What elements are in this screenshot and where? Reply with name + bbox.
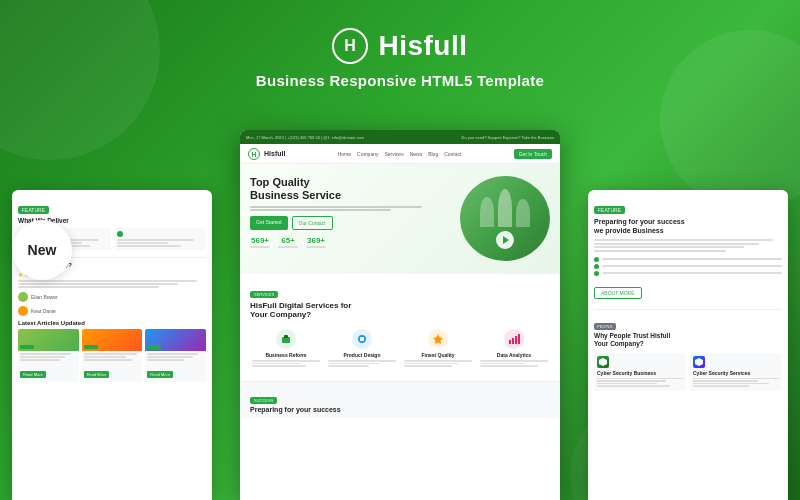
service-line xyxy=(404,365,452,367)
nav-link-home[interactable]: Home xyxy=(338,151,351,157)
right-divider xyxy=(594,309,782,310)
service-card-2: Product Design xyxy=(326,325,398,373)
nav-link-news[interactable]: News xyxy=(410,151,423,157)
service-card-title-3: Finest Quality xyxy=(404,352,472,358)
right-line xyxy=(594,246,744,248)
review-text-lines xyxy=(18,280,206,288)
hero-stat-num-2: 65+ xyxy=(278,236,298,245)
center-preview: Mon, 17 March, 2023 | +(123) 456 789 50 … xyxy=(240,130,560,500)
center-nav: H Hisfull Home Company Services News Blo… xyxy=(240,144,560,164)
right-about-btn[interactable]: ABOUT MORE xyxy=(594,287,642,299)
service-card-lines-2 xyxy=(328,360,396,367)
service-card-1: Business Reform xyxy=(250,325,322,373)
service-line xyxy=(252,363,300,365)
service-line xyxy=(117,242,169,244)
article-card-1: Read More xyxy=(18,329,79,382)
hero-stat-3: 369+ xyxy=(306,236,326,248)
hero-btn-secondary[interactable]: Our Contact xyxy=(292,216,333,230)
service-line xyxy=(480,363,524,365)
hero-title: Top QualityBusiness Service xyxy=(250,176,452,202)
main-container: H Hisfull Business Responsive HTML5 Temp… xyxy=(0,0,800,500)
hero-stat-label-2 xyxy=(278,246,298,248)
logo-text: Hisfull xyxy=(378,30,467,62)
reviewer-row-1: Elian Bower xyxy=(18,292,206,302)
svg-rect-5 xyxy=(284,335,288,338)
hero-stat-label-3 xyxy=(306,246,326,248)
new-badge-text: New xyxy=(28,242,57,258)
right-service-item-1: Cyber Security Business xyxy=(594,353,686,391)
left-articles-title: Latest Articles Updated xyxy=(18,320,206,326)
service-line xyxy=(328,365,369,367)
read-more-btn-1[interactable]: Read More xyxy=(20,371,46,378)
subtitle: Business Responsive HTML5 Template xyxy=(256,72,544,89)
read-more-btn-3[interactable]: Read More xyxy=(147,371,173,378)
topbar-left-text: Mon, 17 March, 2023 | +(123) 456 789 50 … xyxy=(246,135,364,140)
nav-link-blog[interactable]: Blog xyxy=(428,151,438,157)
hero-stat-num-3: 369+ xyxy=(306,236,326,245)
right-label: FEATURE xyxy=(594,206,625,214)
hero-stat-1: 569+ xyxy=(250,236,270,248)
hero-play-btn[interactable] xyxy=(496,231,514,249)
service-line xyxy=(480,365,538,367)
hero-btn-primary[interactable]: Get Started xyxy=(250,216,288,230)
article-img-overlay-2 xyxy=(84,345,98,349)
service-icon-quality xyxy=(428,329,448,349)
svg-rect-12 xyxy=(518,334,520,344)
article-line xyxy=(84,359,132,361)
service-card-title-2: Product Design xyxy=(328,352,396,358)
right-service-lines-1 xyxy=(597,378,683,387)
right-service-line xyxy=(597,383,657,385)
hero-buttons: Get Started Our Contact xyxy=(250,216,452,230)
center-services-title: HisFull Digital Services forYour Company… xyxy=(250,301,550,319)
right-service-item-2: Cyber Security Services xyxy=(690,353,782,391)
right-checklist xyxy=(594,257,782,276)
service-icon-product xyxy=(352,329,372,349)
svg-rect-11 xyxy=(515,336,517,344)
hero-image xyxy=(460,176,550,261)
play-icon xyxy=(503,236,509,244)
avatar-1 xyxy=(18,292,28,302)
svg-rect-9 xyxy=(509,340,511,344)
hero-line xyxy=(250,209,391,211)
service-card-title-1: Business Reform xyxy=(252,352,320,358)
center-nav-logo-icon: H xyxy=(248,148,260,160)
hero-content: Top QualityBusiness Service Get Started … xyxy=(250,176,452,262)
right-service-line xyxy=(693,385,749,387)
service-line xyxy=(328,363,379,365)
right-services-grid: Cyber Security Business Cyber Security xyxy=(594,353,782,391)
service-icon-analytics xyxy=(504,329,524,349)
preparing-label: SUCCESS xyxy=(250,397,277,404)
article-text-1: Read More xyxy=(18,351,79,382)
svg-text:H: H xyxy=(251,151,256,158)
read-more-btn-2[interactable]: Read More xyxy=(84,371,110,378)
check-dot-1 xyxy=(594,257,599,262)
article-img-1 xyxy=(18,329,79,351)
center-services: SERVICES HisFull Digital Services forYou… xyxy=(240,274,560,381)
services-grid: Business Reform Product Design xyxy=(250,325,550,373)
service-line xyxy=(404,363,458,365)
avatar-2 xyxy=(18,306,28,316)
center-services-label: SERVICES xyxy=(250,291,278,298)
reviewer-row-2: Keat Danie xyxy=(18,306,206,316)
nav-link-services[interactable]: Services xyxy=(384,151,403,157)
hero-stat-label-1 xyxy=(250,246,270,248)
check-dot-3 xyxy=(594,271,599,276)
left-section-label: FEATURE xyxy=(18,206,49,214)
article-line xyxy=(20,359,60,361)
hero-stat-num-1: 569+ xyxy=(250,236,270,245)
hero-stat-2: 65+ xyxy=(278,236,298,248)
check-line-1 xyxy=(602,258,782,260)
right-why-title: Why People Trust HisfullYour Company? xyxy=(594,332,782,349)
service-line xyxy=(252,360,320,362)
right-service-line xyxy=(693,380,758,382)
right-inner: FEATURE Preparing for your successwe pro… xyxy=(588,190,788,399)
svg-rect-7 xyxy=(360,337,364,341)
nav-link-contact[interactable]: Contact xyxy=(444,151,461,157)
service-card-title-4: Data Analytics xyxy=(480,352,548,358)
right-service-line xyxy=(597,378,683,380)
center-nav-links: Home Company Services News Blog Contact xyxy=(338,151,462,157)
nav-link-company[interactable]: Company xyxy=(357,151,378,157)
right-service-icon-1 xyxy=(597,356,609,368)
center-nav-btn[interactable]: Get In Touch xyxy=(514,149,552,159)
article-card-2: Read More xyxy=(82,329,143,382)
